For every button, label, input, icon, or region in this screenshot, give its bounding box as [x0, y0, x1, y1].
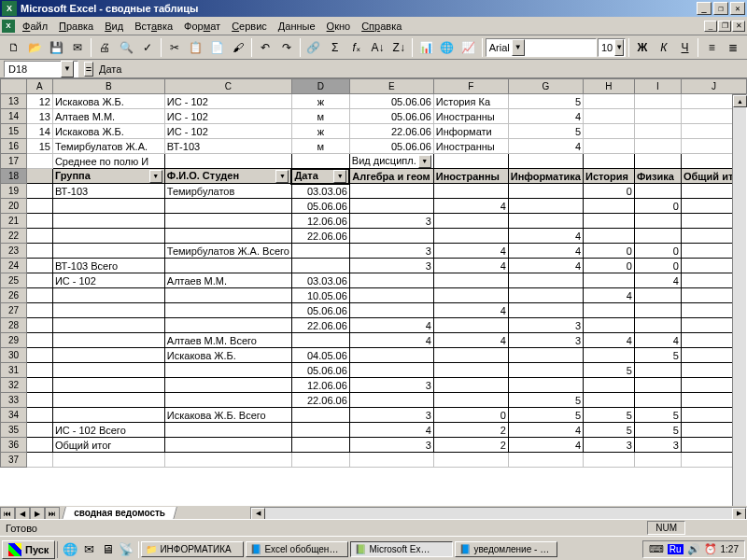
cell[interactable]: Общий итог: [52, 438, 164, 453]
cell[interactable]: 5: [508, 124, 583, 139]
menu-data[interactable]: Данные: [273, 19, 321, 34]
spreadsheet-grid[interactable]: A B C D E F G H I J 13 12 Искакова Ж.Б. …: [0, 78, 747, 468]
cell[interactable]: [584, 139, 635, 154]
cell[interactable]: [164, 438, 291, 453]
cell[interactable]: ж: [291, 124, 349, 139]
name-box[interactable]: D18 ▼: [4, 61, 78, 77]
cell[interactable]: 4: [508, 109, 583, 124]
cell[interactable]: 3: [349, 244, 433, 259]
cell[interactable]: 4: [508, 229, 583, 244]
cell[interactable]: Алтаев М.М. Всего: [164, 333, 291, 348]
cell[interactable]: 0: [584, 184, 635, 199]
ie-icon[interactable]: 🌐: [62, 541, 78, 558]
cell[interactable]: 5: [584, 408, 635, 423]
cell[interactable]: 04.05.06: [291, 348, 349, 363]
menu-format[interactable]: Формат: [178, 19, 226, 34]
cell[interactable]: 5: [634, 348, 681, 363]
cell[interactable]: 05.06.06: [291, 303, 349, 318]
cell[interactable]: 3: [349, 408, 433, 423]
cell[interactable]: 3: [508, 318, 583, 333]
desktop-icon[interactable]: 🖥: [99, 541, 116, 558]
outlook-icon[interactable]: ✉: [80, 541, 97, 558]
map-button[interactable]: 🌐: [437, 37, 458, 58]
row-header[interactable]: 20: [1, 199, 27, 214]
cell[interactable]: [508, 378, 583, 393]
cell[interactable]: 12.06.06: [291, 378, 349, 393]
pivot-name-field[interactable]: Ф.И.О. Студен▼: [164, 169, 291, 184]
cell[interactable]: 22.06.06: [349, 124, 433, 139]
row-header[interactable]: 28: [1, 318, 27, 333]
cell[interactable]: [291, 408, 349, 423]
cell[interactable]: [349, 363, 433, 378]
tray-clock[interactable]: 1:27: [721, 544, 739, 554]
task-notify[interactable]: 📘уведомление - …: [455, 541, 557, 557]
row-header[interactable]: 25: [1, 273, 27, 288]
bold-button[interactable]: Ж: [632, 37, 653, 58]
cell[interactable]: [584, 124, 635, 139]
cell[interactable]: 10.05.06: [291, 288, 349, 303]
cell[interactable]: [291, 438, 349, 453]
redo-button[interactable]: ↷: [276, 37, 297, 58]
task-excel-active[interactable]: 📗Microsoft Ex…: [350, 541, 453, 557]
cell[interactable]: [52, 408, 164, 423]
cell[interactable]: [508, 303, 583, 318]
task-word[interactable]: 📘Excel обобщен…: [246, 541, 348, 557]
cell[interactable]: [349, 229, 433, 244]
col-header-i[interactable]: I: [634, 79, 681, 94]
cell[interactable]: [164, 303, 291, 318]
col-header-e[interactable]: E: [349, 79, 433, 94]
cell[interactable]: 4: [508, 139, 583, 154]
row-header[interactable]: 15: [1, 124, 27, 139]
cell[interactable]: Иностранны: [433, 169, 508, 184]
system-tray[interactable]: ⌨ Ru 🔊 ⏰ 1:27: [642, 540, 745, 558]
cell[interactable]: [52, 214, 164, 229]
tray-icon[interactable]: ⏰: [704, 543, 717, 555]
cell[interactable]: 22.06.06: [291, 393, 349, 408]
cell[interactable]: [52, 229, 164, 244]
row-header[interactable]: 36: [1, 438, 27, 453]
paste-button[interactable]: 📄: [207, 37, 228, 58]
pivot-group-field[interactable]: Группа▼: [52, 169, 164, 184]
cell[interactable]: 5: [508, 408, 583, 423]
dropdown-icon[interactable]: ▼: [418, 155, 431, 168]
cell[interactable]: [164, 393, 291, 408]
cell[interactable]: [52, 303, 164, 318]
sum-button[interactable]: Σ: [325, 37, 345, 58]
cell[interactable]: м: [291, 109, 349, 124]
cell[interactable]: [634, 109, 681, 124]
doc-restore-button[interactable]: ❐: [718, 21, 731, 32]
cut-button[interactable]: ✂: [164, 37, 185, 58]
cell[interactable]: 3: [349, 378, 433, 393]
col-header-j[interactable]: J: [681, 79, 746, 94]
cell[interactable]: 0: [634, 244, 681, 259]
dropdown-icon[interactable]: ▼: [275, 170, 289, 183]
cell[interactable]: 4: [634, 273, 681, 288]
cell[interactable]: Темирбулатов: [164, 184, 291, 199]
cell[interactable]: [349, 184, 433, 199]
cell[interactable]: 13: [26, 109, 52, 124]
formula-content[interactable]: Дата: [99, 63, 121, 75]
cell[interactable]: [164, 288, 291, 303]
row-header[interactable]: 22: [1, 229, 27, 244]
cell[interactable]: [433, 348, 508, 363]
cell[interactable]: [433, 184, 508, 199]
scroll-left-button[interactable]: ◀: [251, 508, 265, 520]
cell[interactable]: [433, 363, 508, 378]
cell[interactable]: [634, 229, 681, 244]
cell[interactable]: [349, 199, 433, 214]
row-header[interactable]: 21: [1, 214, 27, 229]
cell[interactable]: 05.06.06: [349, 109, 433, 124]
cell[interactable]: Алтаев М.М.: [52, 109, 164, 124]
cell[interactable]: 4: [433, 199, 508, 214]
cell[interactable]: [164, 378, 291, 393]
cell[interactable]: 4: [584, 288, 635, 303]
cell[interactable]: [508, 199, 583, 214]
select-all[interactable]: [1, 79, 27, 94]
channels-icon[interactable]: 📡: [118, 541, 134, 558]
cell[interactable]: 05.06.06: [349, 139, 433, 154]
cell[interactable]: Информатика: [508, 169, 583, 184]
cell[interactable]: 3: [634, 438, 681, 453]
cell[interactable]: [584, 348, 635, 363]
cell[interactable]: [164, 229, 291, 244]
vertical-scrollbar[interactable]: ▲ ▼: [732, 94, 747, 521]
